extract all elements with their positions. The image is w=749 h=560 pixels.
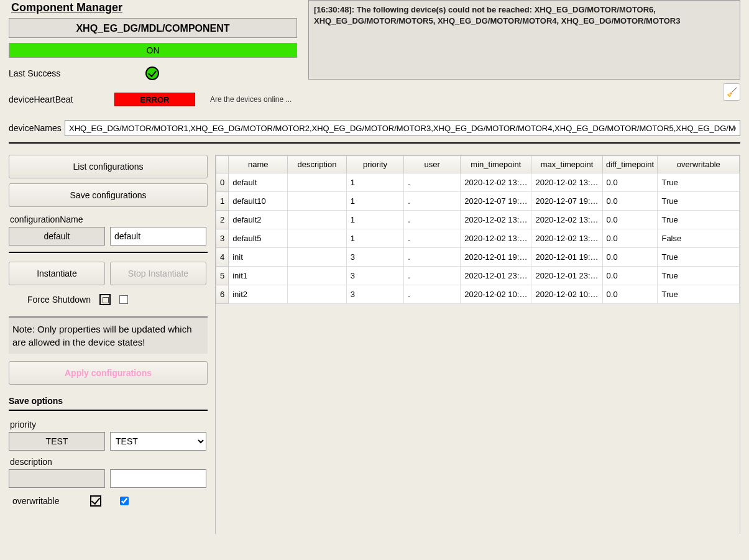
- priority-select[interactable]: TEST: [110, 432, 206, 451]
- overwritable-label: overwritable: [12, 496, 59, 506]
- table-row[interactable]: 1default101.2020-12-07 19:…2020-12-07 19…: [216, 192, 740, 211]
- col-description[interactable]: description: [288, 156, 347, 173]
- divider: [9, 252, 208, 253]
- instantiate-button[interactable]: Instantiate: [9, 262, 105, 285]
- note-text: Note: Only properties will be updated wh…: [9, 316, 208, 354]
- last-success-label: Last Success: [9, 68, 108, 78]
- table-row[interactable]: 4init3.2020-12-01 19:…2020-12-01 19:…0.0…: [216, 248, 740, 267]
- col-user[interactable]: user: [404, 156, 461, 173]
- col-diff-timepoint[interactable]: diff_timepoint: [602, 156, 658, 173]
- page-title: Component Manager: [11, 1, 297, 14]
- stop-instantiate-button[interactable]: Stop Instantiate: [110, 262, 206, 285]
- table-row[interactable]: 5init13.2020-12-01 23:…2020-12-01 23:…0.…: [216, 267, 740, 285]
- config-name-display: default: [9, 227, 105, 246]
- force-shutdown-label: Force Shutdown: [27, 295, 91, 305]
- force-shutdown-indicator-icon: [99, 294, 111, 305]
- device-names-label: deviceNames: [9, 123, 58, 133]
- overwritable-checkbox[interactable]: [120, 497, 129, 505]
- table-row[interactable]: 6init23.2020-12-02 10:…2020-12-02 10:…0.…: [216, 285, 740, 304]
- priority-display: TEST: [9, 432, 105, 451]
- heartbeat-status: ERROR: [114, 93, 195, 106]
- heartbeat-label: deviceHeartBeat: [9, 94, 108, 104]
- description-display: [9, 469, 105, 488]
- col-overwritable[interactable]: overwritable: [658, 156, 740, 173]
- table-row[interactable]: 0default1.2020-12-02 13:…2020-12-02 13:……: [216, 173, 740, 192]
- config-name-label: configurationName: [10, 214, 208, 224]
- table-row[interactable]: 2default21.2020-12-02 13:…2020-12-02 13:…: [216, 211, 740, 229]
- overwritable-indicator-icon: [90, 495, 101, 507]
- table-row[interactable]: 3default51.2020-12-02 13:…2020-12-02 13:…: [216, 229, 740, 248]
- clear-log-button[interactable]: 🧹: [723, 83, 740, 101]
- configurations-table[interactable]: name description priority user min_timep…: [215, 155, 740, 534]
- col-max-timepoint[interactable]: max_timepoint: [531, 156, 602, 173]
- log-panel: [16:30:48]: The following device(s) coul…: [308, 0, 740, 80]
- apply-configurations-button[interactable]: Apply configurations: [9, 361, 208, 385]
- description-input[interactable]: [110, 469, 206, 488]
- device-on-status: ON: [9, 43, 297, 58]
- description-label: description: [10, 457, 208, 467]
- heartbeat-hint: Are the devices online ...: [210, 95, 292, 104]
- divider: [9, 142, 740, 144]
- col-priority[interactable]: priority: [346, 156, 403, 173]
- device-names-input[interactable]: [65, 120, 740, 136]
- config-name-input[interactable]: [110, 227, 206, 246]
- success-check-icon: [145, 67, 159, 80]
- save-configurations-button[interactable]: Save configurations: [9, 183, 208, 207]
- list-configurations-button[interactable]: List configurations: [9, 155, 208, 178]
- divider: [9, 410, 208, 411]
- col-name[interactable]: name: [229, 156, 288, 173]
- force-shutdown-checkbox[interactable]: [119, 295, 128, 304]
- col-min-timepoint[interactable]: min_timepoint: [461, 156, 531, 173]
- save-options-header: Save options: [9, 396, 208, 406]
- priority-label: priority: [10, 420, 208, 429]
- table-header-row: name description priority user min_timep…: [216, 156, 740, 173]
- device-path-display: XHQ_EG_DG/MDL/COMPONENT: [9, 18, 297, 38]
